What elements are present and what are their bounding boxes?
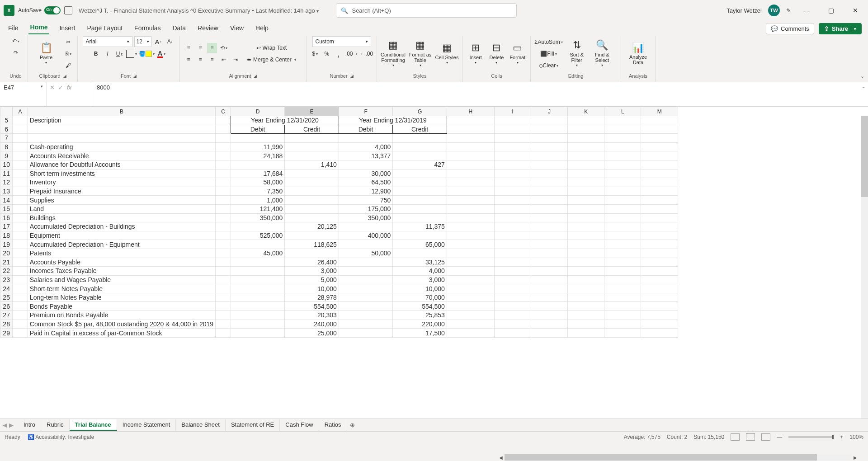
expand-formula-bar-icon[interactable]: ⌄	[862, 84, 865, 89]
cell-M8[interactable]	[641, 142, 678, 151]
cell-H23[interactable]	[447, 275, 494, 284]
cell-L13[interactable]	[604, 187, 641, 196]
row-header-7[interactable]: 7	[0, 134, 13, 143]
cell-C17[interactable]	[216, 222, 231, 231]
cell-D19[interactable]	[231, 240, 284, 249]
cell-I5[interactable]	[494, 116, 531, 125]
cell-J15[interactable]	[531, 204, 567, 213]
cell-F16[interactable]: 350,000	[339, 213, 392, 222]
cell-B7[interactable]	[28, 134, 215, 143]
tab-help[interactable]: Help	[254, 23, 270, 34]
cell-J6[interactable]	[531, 125, 567, 134]
cell-J19[interactable]	[531, 240, 567, 249]
cell-C15[interactable]	[216, 204, 231, 213]
cell-G12[interactable]	[393, 178, 447, 187]
row-header-28[interactable]: 28	[0, 320, 13, 329]
cell-C16[interactable]	[216, 213, 231, 222]
user-name[interactable]: Taylor Wetzel	[726, 7, 762, 14]
increase-font-button[interactable]: A↑	[153, 37, 163, 47]
cell-I18[interactable]	[494, 231, 531, 240]
cell-A21[interactable]	[13, 258, 28, 267]
cell-K17[interactable]	[568, 222, 604, 231]
row-header-29[interactable]: 29	[0, 329, 13, 338]
cell-H14[interactable]	[447, 196, 494, 205]
align-bottom-button[interactable]: ≡	[207, 43, 217, 53]
cell-M23[interactable]	[641, 275, 678, 284]
cell-K29[interactable]	[568, 329, 604, 338]
row-header-9[interactable]: 9	[0, 151, 13, 160]
cell-G18[interactable]	[393, 231, 447, 240]
cell-F8[interactable]: 4,000	[339, 142, 392, 151]
name-box[interactable]: E47▾	[0, 82, 47, 106]
zoom-out-button[interactable]: —	[777, 434, 782, 440]
cell-F21[interactable]	[339, 258, 392, 267]
cell-L5[interactable]	[604, 116, 641, 125]
cell-L26[interactable]	[604, 302, 641, 311]
cell-M26[interactable]	[641, 302, 678, 311]
horizontal-scrollbar[interactable]: ◀ ▶	[497, 454, 859, 461]
cell-D7[interactable]	[231, 134, 284, 143]
cell-J21[interactable]	[531, 258, 567, 267]
cell-G23[interactable]: 3,000	[393, 275, 447, 284]
cell-A6[interactable]	[13, 125, 28, 134]
font-name-select[interactable]: Arial▾	[83, 36, 132, 47]
cell-C19[interactable]	[216, 240, 231, 249]
cell-J17[interactable]	[531, 222, 567, 231]
cell-C29[interactable]	[216, 329, 231, 338]
cell-K12[interactable]	[568, 178, 604, 187]
cell-J5[interactable]	[531, 116, 567, 125]
cell-I23[interactable]	[494, 275, 531, 284]
cell-H15[interactable]	[447, 204, 494, 213]
font-color-button[interactable]: A	[156, 49, 166, 59]
cell-G6[interactable]: Credit	[393, 125, 447, 134]
save-icon[interactable]	[64, 6, 72, 14]
cell-J20[interactable]	[531, 249, 567, 258]
cell-F26[interactable]	[339, 302, 392, 311]
comma-button[interactable]: ,	[334, 49, 344, 59]
cell-K10[interactable]	[568, 160, 604, 169]
cell-H8[interactable]	[447, 142, 494, 151]
cell-I22[interactable]	[494, 267, 531, 276]
cell-I20[interactable]	[494, 249, 531, 258]
cell-L17[interactable]	[604, 222, 641, 231]
cell-C24[interactable]	[216, 284, 231, 293]
cell-H17[interactable]	[447, 222, 494, 231]
cell-L18[interactable]	[604, 231, 641, 240]
cell-M16[interactable]	[641, 213, 678, 222]
cell-H7[interactable]	[447, 134, 494, 143]
cell-C10[interactable]	[216, 160, 231, 169]
row-header-21[interactable]: 21	[0, 258, 13, 267]
accessibility-status[interactable]: ♿ Accessibility: Investigate	[28, 434, 94, 440]
cell-E28[interactable]: 240,000	[285, 320, 339, 329]
cell-L29[interactable]	[604, 329, 641, 338]
cell-E14[interactable]	[285, 196, 339, 205]
cell-C26[interactable]	[216, 302, 231, 311]
cell-D8[interactable]: 11,990	[231, 142, 284, 151]
alignment-launcher-icon[interactable]: ◢	[254, 74, 257, 78]
cell-A23[interactable]	[13, 275, 28, 284]
cell-F9[interactable]: 13,377	[339, 151, 392, 160]
cell-L20[interactable]	[604, 249, 641, 258]
tab-home[interactable]: Home	[28, 22, 50, 34]
redo-button[interactable]: ↷	[11, 48, 21, 58]
font-launcher-icon[interactable]: ◢	[133, 74, 137, 78]
cell-J12[interactable]	[531, 178, 567, 187]
undo-button[interactable]: ↶	[11, 36, 21, 46]
cell-K27[interactable]	[568, 311, 604, 320]
pen-icon[interactable]: ✎	[786, 7, 791, 14]
analyze-data-button[interactable]: 📊Analyze Data	[625, 37, 651, 71]
cell-J29[interactable]	[531, 329, 567, 338]
cell-L12[interactable]	[604, 178, 641, 187]
cell-C18[interactable]	[216, 231, 231, 240]
decrease-font-button[interactable]: A↓	[165, 37, 175, 47]
sort-filter-button[interactable]: ⇅Sort & Filter▾	[566, 37, 588, 71]
col-header-M[interactable]: M	[641, 107, 678, 116]
sheet-tab-income-statement[interactable]: Income Statement	[117, 419, 176, 431]
cell-C12[interactable]	[216, 178, 231, 187]
cell-H24[interactable]	[447, 284, 494, 293]
cell-D26[interactable]	[231, 302, 284, 311]
row-header-11[interactable]: 11	[0, 169, 13, 178]
sheet-tab-statement-of-re[interactable]: Statement of RE	[226, 419, 280, 431]
cell-B14[interactable]: Supplies	[28, 196, 215, 205]
cell-E26[interactable]: 554,500	[285, 302, 339, 311]
